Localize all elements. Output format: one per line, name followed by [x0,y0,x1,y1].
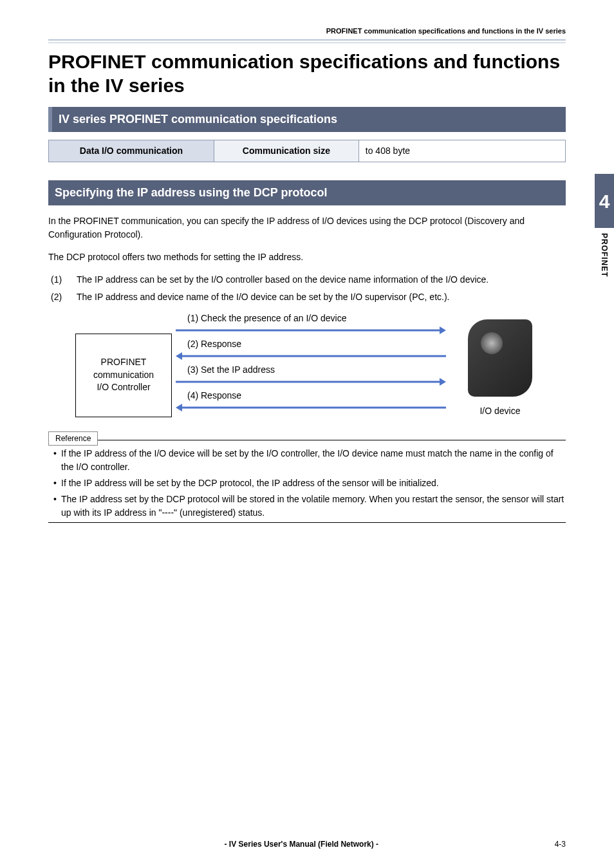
header-divider [48,39,566,43]
arrow-left-icon [176,352,446,361]
section-bar-specs: IV series PROFINET communication specifi… [48,107,566,132]
arrow-right-icon [176,377,446,386]
running-header: PROFINET communication specifications an… [48,26,566,37]
svg-marker-7 [176,404,182,411]
list-text: The IP address and device name of the I/… [77,290,449,304]
reference-item: The IP address set by the DCP protocol w… [53,493,566,520]
page-title: PROFINET communication specifications an… [48,50,566,98]
io-device: I/O device [461,319,539,418]
paragraph: In the PROFINET communication, you can s… [48,214,566,241]
dcp-diagram: PROFINET communication I/O Controller (1… [75,313,539,418]
arrow-label: (3) Set the IP address [187,363,275,377]
footer-center: - IV Series User's Manual (Field Network… [48,838,555,850]
controller-line: I/O Controller [97,381,150,394]
reference-item: If the IP address will be set by the DCP… [53,476,566,490]
footer-page-number: 4-3 [555,838,566,850]
chapter-label: PROFINET [599,233,610,278]
list-number: (2) [51,290,77,304]
arrow-row: (3) Set the IP address [176,364,458,386]
spec-cell-label: Data I/O communication [49,140,214,162]
list-item: (2) The IP address and device name of th… [51,290,566,304]
reference-heading: Reference [48,431,98,446]
reference-item: If the IP address of the I/O device will… [53,447,566,474]
controller-box: PROFINET communication I/O Controller [75,334,172,417]
numbered-list: (1) The IP address can be set by the I/O… [51,273,566,304]
paragraph: The DCP protocol offers two methods for … [48,250,566,264]
section-bar-dcp: Specifying the IP address using the DCP … [48,180,566,205]
reference-rule [48,440,566,440]
svg-marker-3 [176,352,182,360]
chapter-number-badge: 4 [595,174,614,228]
svg-marker-5 [440,378,446,386]
controller-line: communication [93,369,154,382]
spec-cell-value: to 408 byte [358,140,565,162]
arrow-right-icon [176,326,446,335]
spec-table: Data I/O communication Communication siz… [48,140,566,162]
list-number: (1) [51,273,77,287]
page-footer: - IV Series User's Manual (Field Network… [48,838,566,850]
controller-line: PROFINET [101,356,147,369]
side-tab: 4 PROFINET [595,174,614,278]
list-text: The IP address can be set by the I/O con… [77,273,488,287]
arrow-row: (1) Check the presence of an I/O device [176,313,458,335]
arrow-row: (4) Response [176,390,458,412]
arrow-label: (1) Check the presence of an I/O device [187,312,346,325]
arrow-left-icon [176,403,446,412]
arrow-row: (2) Response [176,339,458,361]
reference-rule [48,522,566,523]
list-item: (1) The IP address can be set by the I/O… [51,273,566,287]
spec-cell-sublabel: Communication size [214,140,358,162]
svg-marker-1 [440,326,446,334]
arrows-column: (1) Check the presence of an I/O device … [176,313,458,412]
arrow-label: (2) Response [187,337,241,351]
reference-block: Reference If the IP address of the I/O d… [48,426,566,523]
sensor-image-icon [468,319,532,397]
arrow-label: (4) Response [187,389,241,402]
device-label: I/O device [461,404,539,418]
reference-list: If the IP address of the I/O device will… [53,447,566,520]
table-row: Data I/O communication Communication siz… [49,140,566,162]
